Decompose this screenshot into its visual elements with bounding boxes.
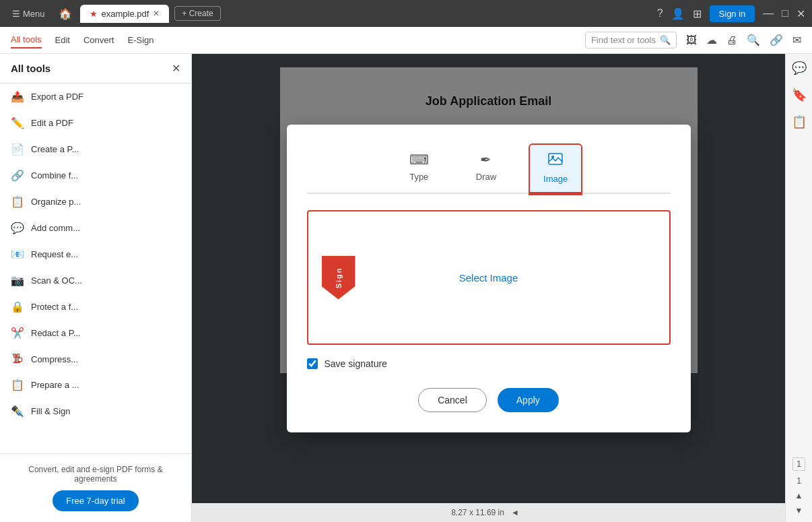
sidebar-list: 📤 Export a PDF ✏️ Edit a PDF 📄 Create a … xyxy=(0,84,191,453)
bookmark-panel-icon[interactable]: 🔖 xyxy=(792,88,807,102)
compress-icon: 🗜 xyxy=(11,353,24,365)
pdf-bottom-bar: 8.27 x 11.69 in ◄ xyxy=(192,503,785,522)
image-toolbar-icon[interactable]: 🖼 xyxy=(686,34,697,46)
save-signature-checkbox[interactable] xyxy=(307,358,318,369)
sidebar-item-label: Combine f... xyxy=(31,170,78,181)
sidebar-item-protect[interactable]: 🔒 Protect a f... xyxy=(0,294,191,320)
pdf-icon: ★ xyxy=(90,9,98,19)
tab-convert[interactable]: Convert xyxy=(83,32,114,48)
sign-in-button[interactable]: Sign in xyxy=(710,5,755,22)
maximize-icon[interactable]: □ xyxy=(782,7,788,20)
tab-title: example.pdf xyxy=(102,9,149,19)
menu-label: Menu xyxy=(23,9,45,19)
tab-esign[interactable]: E-Sign xyxy=(127,32,154,48)
sidebar-title: All tools xyxy=(11,63,50,74)
apply-button[interactable]: Apply xyxy=(498,388,559,412)
signature-modal: ⌨ Type ✒ Draw xyxy=(287,125,691,432)
modal-tab-image[interactable]: Image xyxy=(530,145,581,194)
home-button[interactable]: 🏠 xyxy=(56,5,75,23)
pages-panel-icon[interactable]: 📋 xyxy=(792,115,807,129)
hamburger-icon: ☰ xyxy=(12,9,20,19)
app-toolbar: All tools Edit Convert E-Sign Find text … xyxy=(0,27,812,54)
sidebar-item-create-pdf[interactable]: 📄 Create a P... xyxy=(0,136,191,162)
sidebar-item-label: Prepare a ... xyxy=(31,380,79,390)
menu-button[interactable]: ☰ Menu xyxy=(7,6,50,22)
cloud-icon[interactable]: ☁ xyxy=(706,34,717,46)
sidebar-item-prepare[interactable]: 📋 Prepare a ... xyxy=(0,372,191,398)
modal-tab-type[interactable]: ⌨ Type xyxy=(396,145,442,194)
pdf-content: Job Application Email (495) c. My y. hav… xyxy=(192,54,785,503)
new-tab-label: + Create xyxy=(182,9,213,18)
profile-icon[interactable]: 👤 xyxy=(671,7,685,20)
sidebar-item-label: Export a PDF xyxy=(31,92,83,102)
zoom-icon[interactable]: 🔍 xyxy=(747,34,760,46)
scroll-up-icon[interactable]: ▲ xyxy=(795,491,803,500)
sidebar-item-label: Protect a f... xyxy=(31,302,78,312)
page-number-indicator: 1 xyxy=(792,457,805,471)
scan-icon: 📷 xyxy=(11,274,24,287)
new-tab-button[interactable]: + Create xyxy=(174,6,220,21)
sidebar-item-combine[interactable]: 🔗 Combine f... xyxy=(0,162,191,189)
sidebar-item-label: Edit a PDF xyxy=(31,118,73,128)
prepare-icon: 📋 xyxy=(11,379,24,391)
sidebar-item-export-pdf[interactable]: 📤 Export a PDF xyxy=(0,84,191,110)
minimize-icon[interactable]: — xyxy=(763,7,774,20)
cancel-button[interactable]: Cancel xyxy=(418,388,487,412)
find-tools-placeholder: Find text or tools xyxy=(591,35,656,45)
search-icon: 🔍 xyxy=(660,35,671,45)
sidebar-item-edit-pdf[interactable]: ✏️ Edit a PDF xyxy=(0,110,191,136)
find-tools-input[interactable]: Find text or tools 🔍 xyxy=(585,32,677,48)
free-trial-button[interactable]: Free 7-day trial xyxy=(53,490,138,511)
active-tab[interactable]: ★ example.pdf ✕ xyxy=(80,5,170,23)
right-panel: 💬 🔖 📋 1 1 ▲ ▼ xyxy=(785,54,812,522)
create-pdf-icon: 📄 xyxy=(11,143,24,156)
tab-edit[interactable]: Edit xyxy=(55,32,70,48)
sidebar-item-label: Compress... xyxy=(31,354,78,364)
email-icon[interactable]: ✉ xyxy=(792,34,801,46)
tab-all-tools[interactable]: All tools xyxy=(11,32,42,48)
tab-close-button[interactable]: ✕ xyxy=(153,9,160,18)
edit-pdf-icon: ✏️ xyxy=(11,117,24,129)
sidebar-header: All tools ✕ xyxy=(0,54,191,84)
link-icon[interactable]: 🔗 xyxy=(770,34,783,46)
modal-actions: Cancel Apply xyxy=(307,388,671,412)
modal-tabs: ⌨ Type ✒ Draw xyxy=(307,145,671,194)
image-icon xyxy=(548,152,563,170)
toolbar-right: Find text or tools 🔍 🖼 ☁ 🖨 🔍 🔗 ✉ xyxy=(585,32,801,48)
modal-tab-type-label: Type xyxy=(409,172,428,182)
comments-panel-icon[interactable]: 💬 xyxy=(792,61,807,75)
modal-tab-draw[interactable]: ✒ Draw xyxy=(463,145,510,194)
sidebar-item-fill-sign[interactable]: ✒️ Fill & Sign xyxy=(0,398,191,424)
scroll-down-icon[interactable]: ▼ xyxy=(795,506,803,515)
sidebar-footer: Convert, edit and e-sign PDF forms & agr… xyxy=(0,453,191,522)
draw-icon: ✒ xyxy=(480,152,492,168)
help-icon[interactable]: ? xyxy=(657,7,663,20)
close-icon[interactable]: ✕ xyxy=(797,7,805,20)
print-icon[interactable]: 🖨 xyxy=(726,34,737,46)
protect-icon: 🔒 xyxy=(11,300,24,313)
comments-icon: 💬 xyxy=(11,222,24,234)
select-image-area[interactable]: Sign Select Image xyxy=(307,210,671,345)
modal-tab-image-label: Image xyxy=(543,174,568,184)
redact-icon: ✂️ xyxy=(11,327,24,339)
main-area: All tools ✕ 📤 Export a PDF ✏️ Edit a PDF… xyxy=(0,54,812,522)
page-size: 8.27 x 11.69 in xyxy=(451,508,504,517)
sidebar-item-request[interactable]: 📧 Request e... xyxy=(0,241,191,267)
sidebar-item-organize[interactable]: 📋 Organize p... xyxy=(0,189,191,215)
sidebar-item-label: Organize p... xyxy=(31,197,81,207)
sidebar-close-button[interactable]: ✕ xyxy=(172,62,180,75)
sidebar-item-label: Add comm... xyxy=(31,223,80,233)
sidebar: All tools ✕ 📤 Export a PDF ✏️ Edit a PDF… xyxy=(0,54,192,522)
apps-icon[interactable]: ⊞ xyxy=(693,7,702,20)
sidebar-item-scan[interactable]: 📷 Scan & OC... xyxy=(0,267,191,294)
sidebar-item-redact[interactable]: ✂️ Redact a P... xyxy=(0,320,191,346)
sidebar-item-add-comments[interactable]: 💬 Add comm... xyxy=(0,215,191,241)
select-image-button[interactable]: Select Image xyxy=(459,272,518,284)
fill-sign-icon: ✒️ xyxy=(11,405,24,418)
sidebar-footer-text: Convert, edit and e-sign PDF forms & agr… xyxy=(11,465,180,484)
sidebar-item-compress[interactable]: 🗜 Compress... xyxy=(0,346,191,372)
sidebar-item-label: Request e... xyxy=(31,249,78,259)
adobe-sign-text: Sign xyxy=(335,267,343,288)
browser-chrome: ☰ Menu 🏠 ★ example.pdf ✕ + Create ? 👤 ⊞ … xyxy=(0,0,812,27)
pdf-area: Job Application Email (495) c. My y. hav… xyxy=(192,54,785,522)
